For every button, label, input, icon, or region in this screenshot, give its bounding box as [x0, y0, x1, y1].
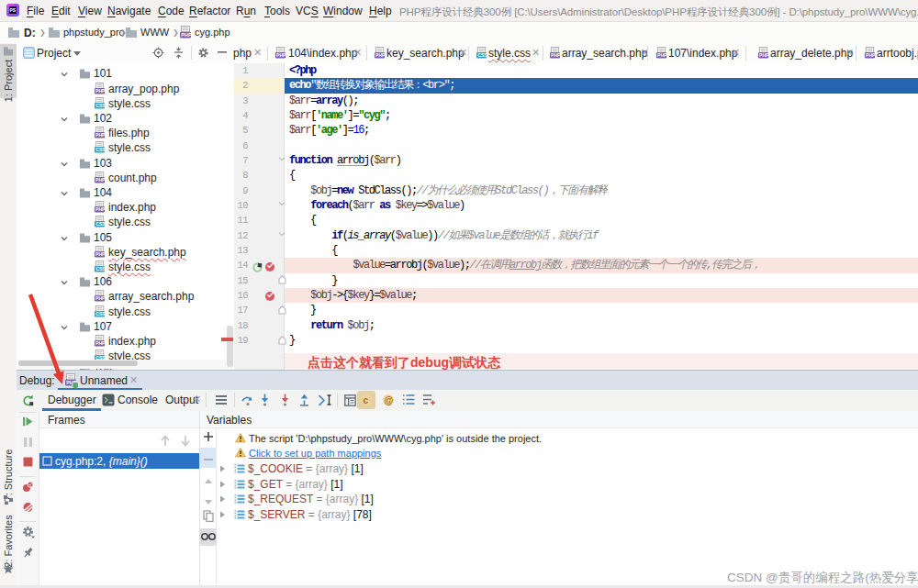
svg-text:@: @: [385, 395, 394, 405]
svg-text:PS: PS: [9, 7, 16, 13]
svg-text:PHP: PHP: [181, 32, 192, 38]
svg-text:c: c: [364, 395, 369, 405]
